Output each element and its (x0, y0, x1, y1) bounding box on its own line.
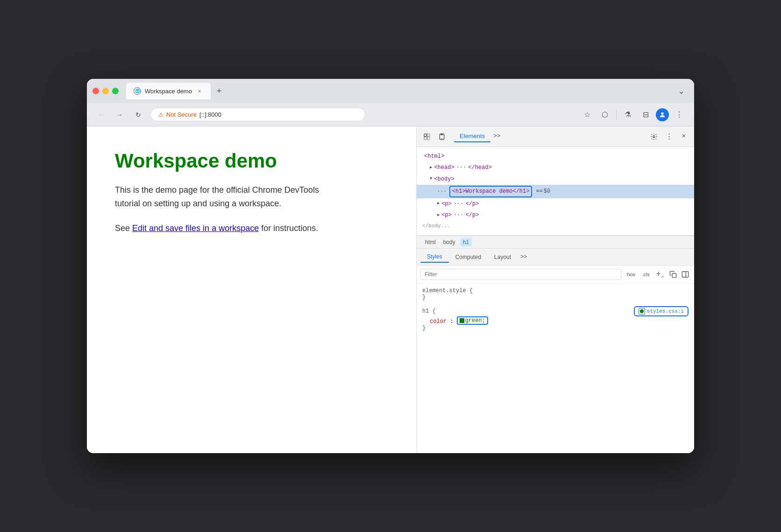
paragraph2-suffix: for instructions. (259, 224, 318, 233)
dom-line-html: <html> (417, 151, 694, 162)
dom-body-partial: </body... (417, 221, 694, 231)
h1-rule-close: } (422, 325, 689, 331)
h1-style-rule: h1 { styles.css:1 c (422, 306, 689, 331)
dom-dots-btn[interactable]: ··· (437, 187, 447, 196)
tab-menu-button[interactable]: ⌄ (674, 84, 689, 98)
inspector-icon[interactable] (420, 130, 433, 143)
color-value: green; (465, 317, 485, 324)
back-button[interactable]: ← (94, 108, 107, 121)
green-dot-icon (640, 309, 644, 313)
devtools-header-icons: ⋮ × (647, 130, 690, 143)
address-input[interactable]: ⚠ Not Secure [::]:8000 (150, 108, 365, 121)
close-traffic-light[interactable] (92, 88, 99, 94)
styles-file-name: styles.css:1 (647, 308, 684, 314)
tab-title: Workspace demo (145, 88, 192, 95)
browser-window: 🌐 Workspace demo × + ⌄ ← → ↻ ⚠ Not Secur… (87, 79, 694, 453)
url-display: [::]:8000 (199, 111, 221, 118)
lab-icon[interactable]: ⚗ (620, 107, 635, 122)
dom-tree: <html> ▶ <head> ··· </head> ▼ <body> ···… (417, 147, 694, 236)
p2-triangle[interactable]: ▶ (437, 212, 440, 219)
hov-button[interactable]: :hov (623, 270, 638, 279)
tab-favicon: 🌐 (134, 87, 141, 95)
dom-equals: == (536, 187, 542, 196)
profile-icon[interactable] (656, 108, 669, 121)
address-bar: ← → ↻ ⚠ Not Secure [::]:8000 ☆ ⬡ ⚗ ⊟ ⋮ (87, 103, 694, 126)
devtools-header: Elements >> ⋮ × (417, 126, 694, 147)
svg-rect-9 (672, 273, 676, 278)
new-tab-button[interactable]: + (213, 84, 226, 98)
tab-close-button[interactable]: × (196, 87, 203, 95)
breadcrumb-body[interactable]: body (440, 238, 458, 246)
p1-triangle[interactable]: ▶ (437, 200, 440, 207)
h1-node-highlight: <h1>Workspace demo</h1> (449, 186, 532, 197)
body-triangle[interactable]: ▼ (430, 175, 432, 182)
cls-button[interactable]: .cls (639, 270, 652, 279)
split-icon[interactable]: ⊟ (638, 107, 653, 122)
styles-filter-input[interactable] (420, 269, 621, 280)
head-triangle[interactable]: ▶ (430, 164, 432, 171)
color-swatch-green[interactable] (460, 318, 464, 323)
workspace-link[interactable]: Edit and save files in a workspace (132, 224, 259, 233)
body-open-tag: <body> (434, 175, 454, 184)
add-style-button[interactable]: +↗ (654, 268, 666, 280)
tab-elements[interactable]: Elements (454, 131, 490, 142)
color-prop-name: color (430, 318, 447, 325)
breadcrumb-h1[interactable]: h1 (460, 238, 472, 246)
dom-line-p1[interactable]: ▶ <p> ··· </p> (417, 198, 694, 210)
styles-content: element.style { } h1 { (417, 284, 694, 341)
head-dots: ··· (456, 163, 467, 172)
h1-color-property: color : green; (422, 316, 689, 325)
p1-close-tag: </p> (466, 199, 479, 209)
devtools-more-tabs[interactable]: >> (490, 131, 504, 142)
dom-line-head[interactable]: ▶ <head> ··· </head> (417, 162, 694, 173)
paragraph2-prefix: See (115, 224, 132, 233)
toggle-sidebar-icon[interactable] (680, 269, 690, 280)
forward-button[interactable]: → (113, 108, 126, 121)
menu-icon[interactable]: ⋮ (672, 107, 687, 122)
styles-filter-row: :hov .cls +↗ (417, 266, 694, 284)
p1-open-tag: <p> (441, 199, 452, 209)
toolbar-icons: ☆ ⬡ ⚗ ⊟ ⋮ (580, 107, 687, 122)
breadcrumb-html[interactable]: html (422, 238, 439, 246)
styles-tab-computed[interactable]: Computed (449, 252, 488, 262)
styles-tab-layout[interactable]: Layout (488, 252, 518, 262)
svg-point-0 (661, 112, 663, 114)
bookmark-icon[interactable]: ☆ (580, 107, 595, 122)
svg-rect-1 (424, 134, 426, 136)
devtools-settings-icon[interactable] (647, 130, 660, 143)
device-icon[interactable] (435, 130, 448, 143)
color-value-highlight: green; (457, 316, 488, 325)
dom-line-body[interactable]: ▼ <body> (417, 174, 694, 185)
dom-dollar: $0 (544, 187, 550, 196)
styles-more-tabs[interactable]: >> (518, 252, 530, 262)
svg-rect-4 (427, 137, 430, 139)
breadcrumb-bar: html body h1 (417, 236, 694, 249)
styles-tabs: Styles Computed Layout >> (417, 249, 694, 266)
devtools-close-icon[interactable]: × (677, 130, 690, 143)
maximize-traffic-light[interactable] (112, 88, 119, 94)
dom-line-h1[interactable]: ··· <h1>Workspace demo</h1> == $0 (417, 185, 694, 198)
styles-tab-styles[interactable]: Styles (420, 252, 449, 263)
webpage-content: Workspace demo This is the demo page for… (87, 126, 416, 453)
tab-bar: 🌐 Workspace demo × + (126, 83, 670, 99)
svg-rect-2 (427, 134, 430, 136)
styles-file-link-box[interactable]: styles.css:1 (634, 306, 689, 316)
devtools-options-icon[interactable]: ⋮ (662, 130, 675, 143)
page-paragraph2: See Edit and save files in a workspace f… (115, 222, 339, 235)
h1-selector: h1 { (422, 308, 436, 315)
copy-styles-icon[interactable] (668, 269, 678, 280)
svg-rect-6 (441, 134, 443, 135)
page-heading: Workspace demo (115, 150, 388, 172)
styles-file-link[interactable]: styles.css:1 (634, 306, 689, 316)
extension-icon[interactable]: ⬡ (597, 107, 612, 122)
colon-separator: : (450, 318, 456, 325)
head-open-tag: <head> (434, 163, 454, 172)
devtools-tabs: Elements >> (454, 131, 642, 142)
file-link-icon (639, 308, 645, 315)
p2-close-tag: </p> (466, 210, 479, 220)
browser-tab-active[interactable]: 🌐 Workspace demo × (126, 83, 211, 99)
minimize-traffic-light[interactable] (102, 88, 109, 94)
head-close-tag: </head> (468, 163, 491, 172)
dom-line-p2[interactable]: ▶ <p> ··· </p> (417, 210, 694, 221)
reload-button[interactable]: ↻ (132, 108, 145, 121)
